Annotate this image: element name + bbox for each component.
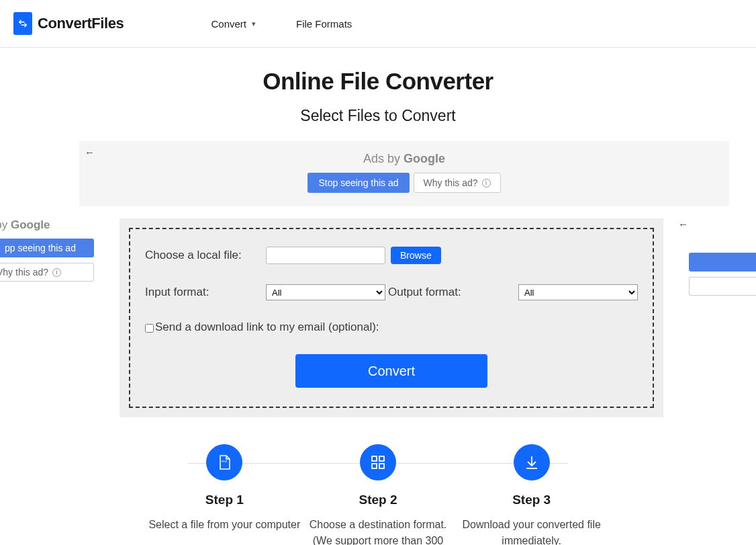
email-checkbox[interactable] (145, 324, 154, 333)
ads-by-prefix: Ads by (363, 152, 404, 165)
nav-convert-label: Convert (211, 18, 246, 30)
ad-banner-top: ← Ads by Google Stop seeing this ad Why … (79, 141, 729, 206)
svg-rect-4 (379, 464, 384, 468)
why-ad-button-left[interactable]: Vhy this ad? i (0, 263, 94, 282)
step-3-title: Step 3 (455, 493, 608, 507)
info-icon: i (52, 268, 61, 277)
nav-file-formats[interactable]: File Formats (296, 18, 352, 30)
chevron-down-icon: ▾ (252, 19, 256, 28)
ads-by-brand: Google (404, 152, 445, 165)
step-2-title: Step 2 (301, 493, 455, 507)
file-row: Choose a local file: Browse (145, 247, 638, 264)
main-panel-row: s by Google pp seeing this ad Vhy this a… (0, 218, 756, 417)
step-1-title: Step 1 (148, 493, 301, 507)
email-row: Send a download link to my email (option… (145, 321, 638, 334)
svg-rect-3 (372, 464, 377, 468)
input-format-label: Input format: (145, 286, 266, 299)
ads-by-label-left: s by Google (0, 218, 107, 232)
download-icon (514, 444, 550, 480)
header: ConvertFiles Convert ▾ File Formats (0, 0, 756, 48)
file-path-input[interactable] (266, 247, 385, 264)
page-subtitle: Select Files to Convert (0, 107, 756, 125)
why-ad-label: Why this ad? (424, 177, 478, 188)
why-ad-button-right[interactable]: W (689, 277, 756, 296)
format-row: Input format: All Output format: All (145, 284, 638, 300)
stop-ad-button-left[interactable]: pp seeing this ad (0, 239, 94, 257)
stop-ad-button[interactable]: Stop seeing this ad (308, 173, 409, 193)
ads-by-label-right: Ads (675, 233, 756, 246)
email-checkbox-label: Send a download link to my email (option… (155, 321, 379, 334)
browse-button[interactable]: Browse (391, 247, 441, 264)
stop-ad-button-right[interactable]: Sto (689, 253, 756, 271)
ad-buttons: Stop seeing this ad Why this ad? i (79, 173, 729, 193)
file-icon: FILE (206, 444, 242, 480)
choose-file-label: Choose a local file: (145, 249, 266, 262)
ads-by-left-brand: Google (11, 218, 50, 231)
page-title: Online File Converter (0, 68, 756, 95)
svg-text:FILE: FILE (222, 460, 228, 463)
converter-panel: Choose a local file: Browse Input format… (120, 218, 663, 417)
grid-icon (360, 444, 396, 480)
step-3: Step 3 Download your converted file imme… (455, 444, 608, 545)
nav-file-formats-label: File Formats (296, 18, 352, 30)
hero: Online File Converter Select Files to Co… (0, 68, 756, 125)
why-ad-button[interactable]: Why this ad? i (414, 173, 501, 193)
step-3-desc: Download your converted file immediately… (455, 517, 608, 545)
output-format-select[interactable]: All (518, 284, 638, 300)
output-format-label: Output format: (388, 286, 461, 299)
ads-by-left-prefix: s by (0, 218, 11, 231)
step-2: Step 2 Choose a destination format. (We … (301, 444, 455, 545)
nav-convert[interactable]: Convert ▾ (211, 18, 256, 30)
brand-name: ConvertFiles (38, 15, 124, 32)
step-2-desc: Choose a destination format. (We support… (301, 517, 455, 545)
convert-button[interactable]: Convert (295, 354, 487, 388)
arrow-left-icon[interactable]: ← (85, 146, 95, 158)
ad-sidebar-right: ← Ads Sto W (675, 218, 756, 417)
step-1: FILE Step 1 Select a file from your comp… (148, 444, 301, 533)
step-1-desc: Select a file from your computer (148, 517, 301, 533)
info-icon: i (482, 179, 491, 187)
main-nav: Convert ▾ File Formats (211, 18, 352, 30)
steps-section: FILE Step 1 Select a file from your comp… (148, 444, 608, 545)
arrow-left-icon[interactable]: ← (675, 218, 756, 230)
converter-dropzone[interactable]: Choose a local file: Browse Input format… (129, 228, 654, 408)
input-format-select[interactable]: All (266, 284, 385, 300)
ads-by-label: Ads by Google (79, 152, 729, 166)
why-ad-left-label: Vhy this ad? (0, 267, 48, 278)
logo-icon (13, 12, 32, 35)
svg-rect-2 (379, 456, 384, 461)
logo[interactable]: ConvertFiles (13, 12, 124, 35)
ad-sidebar-left: s by Google pp seeing this ad Vhy this a… (0, 218, 107, 417)
svg-rect-1 (372, 456, 377, 461)
